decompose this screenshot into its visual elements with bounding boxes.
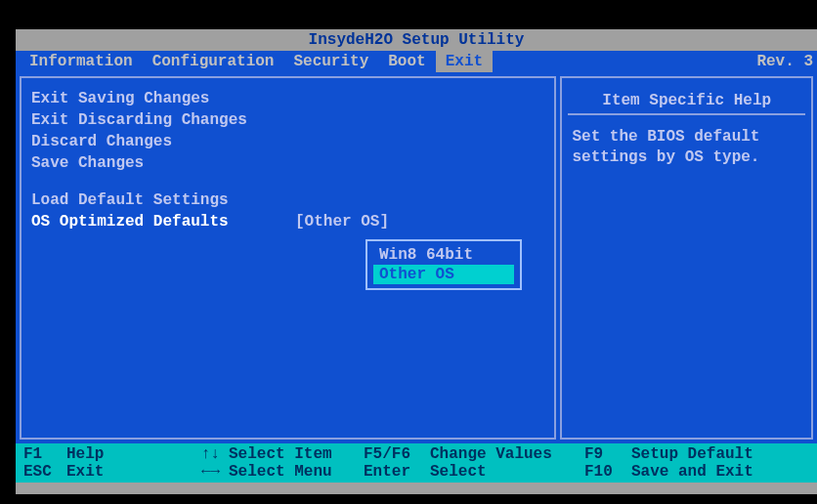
menu-exit[interactable]: Exit: [436, 51, 493, 72]
footer-hints: F1Help ↑↓Select Item F5/F6Change Values …: [16, 443, 817, 483]
hint-key: Enter: [364, 463, 430, 481]
option-load-defaults[interactable]: Load Default Settings: [27, 189, 548, 211]
hint-action: Help: [66, 445, 194, 463]
revision-label: Rev. 3: [756, 53, 813, 70]
hint-action: Select: [430, 463, 577, 481]
help-title: Item Specific Help: [568, 88, 805, 115]
hint-key: ←→: [201, 463, 229, 481]
hint-key: F10: [584, 463, 631, 481]
popup-option-other-os[interactable]: Other OS: [373, 265, 514, 284]
hint-action: Change Values: [430, 445, 577, 463]
option-exit-discarding[interactable]: Exit Discarding Changes: [27, 109, 548, 131]
menu-information[interactable]: Information: [20, 51, 143, 72]
option-save-changes[interactable]: Save Changes: [27, 152, 548, 174]
menu-bar: Information Configuration Security Boot …: [16, 51, 817, 72]
help-body: Set the BIOS default settings by OS type…: [568, 127, 805, 168]
hint-key: F9: [584, 445, 631, 463]
hint-action: Select Item: [229, 445, 356, 463]
option-label: OS Optimized Defaults: [31, 213, 229, 231]
hint-action: Setup Default: [631, 445, 753, 463]
utility-title: InsydeH2O Setup Utility: [16, 29, 817, 51]
footer-row-2: ESCExit ←→Select Menu EnterSelect F10Sav…: [20, 463, 813, 481]
menu-security[interactable]: Security: [283, 51, 378, 72]
option-value: [Other OS]: [295, 213, 389, 231]
hint-key: F1: [23, 445, 66, 463]
os-defaults-popup: Win8 64bit Other OS: [366, 239, 522, 290]
spacer: [27, 174, 548, 189]
option-os-optimized-defaults[interactable]: OS Optimized Defaults [Other OS]: [27, 211, 548, 232]
hint-action: Select Menu: [229, 463, 356, 481]
hint-key: F5/F6: [364, 445, 430, 463]
menu-boot[interactable]: Boot: [378, 51, 435, 72]
footer-row-1: F1Help ↑↓Select Item F5/F6Change Values …: [20, 445, 813, 463]
hint-action: Save and Exit: [631, 463, 753, 481]
popup-option-win8[interactable]: Win8 64bit: [373, 245, 514, 265]
option-exit-saving[interactable]: Exit Saving Changes: [27, 88, 548, 109]
option-discard-changes[interactable]: Discard Changes: [27, 131, 548, 152]
menu-configuration[interactable]: Configuration: [143, 51, 284, 72]
hint-key: ↑↓: [201, 445, 229, 463]
help-pane: Item Specific Help Set the BIOS default …: [560, 76, 813, 440]
hint-action: Exit: [66, 463, 194, 481]
hint-key: ESC: [23, 463, 66, 481]
bios-screen: InsydeH2O Setup Utility Information Conf…: [16, 29, 817, 494]
